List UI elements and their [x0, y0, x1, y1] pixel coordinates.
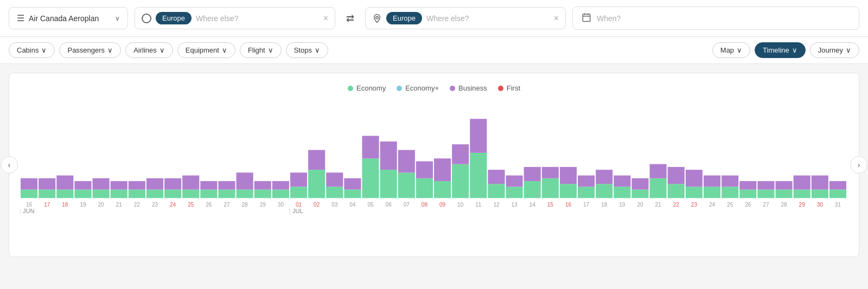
hamburger-icon: ☰: [17, 13, 24, 23]
timeline-view-button[interactable]: Timeline ∨: [755, 42, 806, 58]
date-label: 18: [601, 202, 608, 208]
left-arrow-icon: ‹: [8, 160, 11, 169]
swap-button[interactable]: ⇄: [342, 12, 359, 24]
prev-arrow-button[interactable]: ‹: [1, 156, 18, 174]
bar-business: [650, 164, 667, 178]
date-label: 15: [547, 202, 554, 208]
origin-clear-button[interactable]: ×: [323, 14, 328, 23]
date-label: 06: [386, 202, 392, 208]
bar-economy: [308, 170, 325, 198]
date-label: 25: [188, 202, 194, 208]
next-arrow-button[interactable]: ›: [850, 156, 867, 174]
bar-economy: [380, 170, 397, 198]
airlines-filter[interactable]: Airlines ∨: [125, 42, 173, 58]
date-label: 26: [745, 202, 751, 208]
bar-business: [39, 178, 55, 190]
month-label: JUL: [292, 208, 303, 214]
date-label: 11: [475, 202, 482, 208]
bar-economy: [182, 190, 199, 198]
bar-business: [21, 178, 37, 190]
bar-economy: [560, 184, 577, 198]
date-label: 16: [565, 202, 572, 208]
when-placeholder: When?: [597, 14, 621, 23]
destination-search-box[interactable]: Europe Where else? ×: [365, 7, 566, 29]
date-label: 17: [583, 202, 590, 208]
bar-business: [200, 181, 217, 190]
view-controls: Map ∨ Timeline ∨ Journey ∨: [712, 42, 859, 58]
bar-business: [704, 176, 720, 187]
date-label: 05: [367, 202, 374, 208]
airline-name: Air Canada Aeroplan: [29, 14, 111, 23]
bar-business: [542, 167, 559, 178]
date-label: 23: [152, 202, 158, 208]
date-label: 27: [224, 202, 230, 208]
passengers-filter[interactable]: Passengers ∨: [59, 42, 121, 58]
bar-economy: [39, 190, 55, 198]
bar-business: [237, 172, 253, 189]
flight-chevron: ∨: [268, 46, 273, 54]
stops-chevron: ∨: [315, 46, 320, 54]
bar-economy: [111, 190, 127, 198]
bar-economy: [237, 190, 253, 198]
bar-business: [794, 176, 810, 190]
journey-label: Journey: [818, 46, 843, 54]
bar-business: [146, 178, 163, 190]
date-label: 23: [691, 202, 698, 208]
legend-dot-first: [498, 86, 503, 91]
passengers-chevron: ∨: [107, 46, 113, 54]
date-label: 03: [331, 202, 338, 208]
date-label: 10: [457, 202, 464, 208]
map-chevron: ∨: [737, 46, 742, 54]
top-bar: ☰ Air Canada Aeroplan ∨ Europe Where els…: [0, 0, 868, 37]
bar-economy: [470, 153, 487, 198]
date-label: 13: [512, 202, 518, 208]
airline-selector[interactable]: ☰ Air Canada Aeroplan ∨: [9, 7, 128, 29]
origin-search-box[interactable]: Europe Where else? ×: [135, 7, 335, 29]
timeline-label: Timeline: [763, 46, 789, 54]
date-label: 07: [404, 202, 410, 208]
date-label: 21: [655, 202, 662, 208]
map-view-button[interactable]: Map ∨: [712, 42, 750, 58]
bar-business: [380, 142, 397, 170]
bar-business: [218, 181, 235, 190]
date-label: 08: [422, 202, 428, 208]
cabins-label: Cabins: [17, 46, 39, 54]
journey-view-button[interactable]: Journey ∨: [810, 42, 859, 58]
stops-filter[interactable]: Stops ∨: [286, 42, 328, 58]
stops-label: Stops: [294, 46, 312, 54]
destination-clear-button[interactable]: ×: [554, 14, 559, 23]
date-label: 28: [242, 202, 248, 208]
origin-tag[interactable]: Europe: [156, 12, 192, 24]
bar-economy: [452, 164, 469, 198]
legend-label-business: Business: [458, 84, 487, 92]
bar-business: [344, 178, 361, 190]
date-label: 16: [26, 202, 33, 208]
bar-economy: [93, 190, 110, 198]
bar-economy: [506, 187, 523, 198]
date-label: 02: [314, 202, 320, 208]
date-label: 19: [80, 202, 86, 208]
cabins-filter[interactable]: Cabins ∨: [9, 42, 55, 58]
svg-point-0: [376, 16, 379, 19]
equipment-filter[interactable]: Equipment ∨: [177, 42, 235, 58]
bar-business: [596, 170, 612, 184]
bar-business: [56, 176, 73, 190]
calendar-selector[interactable]: When?: [572, 7, 859, 30]
bar-business: [631, 178, 648, 190]
equipment-label: Equipment: [186, 46, 219, 54]
bar-economy: [812, 190, 828, 198]
filter-bar: Cabins ∨ Passengers ∨ Airlines ∨ Equipme…: [0, 37, 868, 64]
bar-business: [506, 176, 523, 187]
flight-filter[interactable]: Flight ∨: [240, 42, 282, 58]
origin-placeholder: Where else?: [196, 14, 319, 23]
destination-tag[interactable]: Europe: [386, 12, 422, 24]
bar-business: [775, 181, 792, 190]
date-label: 19: [619, 202, 626, 208]
bar-business: [93, 178, 110, 190]
bar-economy: [362, 158, 379, 198]
bar-economy: [704, 187, 720, 198]
date-label: 24: [709, 202, 716, 208]
bar-economy: [21, 190, 37, 198]
date-label: 04: [349, 202, 356, 208]
flight-label: Flight: [248, 46, 265, 54]
